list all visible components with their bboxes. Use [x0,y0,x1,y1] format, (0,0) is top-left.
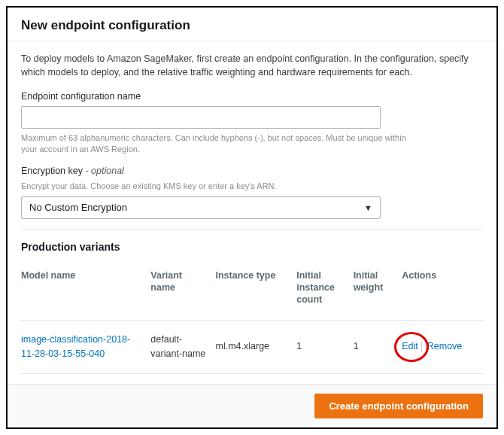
edit-link[interactable]: Edit [402,341,418,351]
remove-link[interactable]: Remove [427,341,463,351]
action-divider [421,342,422,352]
panel-body: To deploy models to Amazon SageMaker, fi… [8,41,496,384]
endpoint-name-field: Endpoint configuration name Maximum of 6… [21,91,483,155]
endpoint-name-input[interactable] [21,106,381,129]
endpoint-config-panel: New endpoint configuration To deploy mod… [6,6,498,429]
encryption-select[interactable]: No Custom Encryption ▼ [21,196,381,219]
col-variant: Variant name [150,263,215,320]
cell-variant: default-variant-name [150,320,215,374]
encryption-field: Encryption key - optional Encrypt your d… [21,166,483,219]
endpoint-name-label: Endpoint configuration name [21,91,483,102]
table-row: image-classification-2018-11-28-03-15-55… [21,320,483,374]
add-model-link[interactable]: Add model [21,374,70,384]
encryption-helper: Encrypt your data. Choose an existing KM… [21,181,412,192]
cell-actions: Edit Remove [402,320,483,374]
encryption-label: Encryption key - optional [21,166,483,176]
panel-title: New endpoint configuration [21,18,483,33]
encryption-selected: No Custom Encryption [29,202,364,213]
cell-model: image-classification-2018-11-28-03-15-55… [21,320,150,374]
encryption-optional: - optional [83,166,124,176]
cell-count: 1 [296,320,353,374]
cell-weight: 1 [354,320,402,374]
intro-text: To deploy models to Amazon SageMaker, fi… [21,52,483,79]
variants-title: Production variants [21,241,483,253]
variants-table: Model name Variant name Instance type In… [21,263,483,375]
production-variants-section: Production variants Model name Variant n… [21,230,483,384]
col-model: Model name [21,263,150,320]
encryption-label-text: Encryption key [21,166,83,176]
model-link[interactable]: image-classification-2018-11-28-03-15-55… [21,334,130,359]
create-endpoint-config-button[interactable]: Create endpoint configuration [314,394,483,418]
panel-header: New endpoint configuration [8,8,496,41]
col-count: Initial instance count [296,263,353,320]
col-actions: Actions [402,263,483,320]
cell-itype: ml.m4.xlarge [216,320,297,374]
chevron-down-icon: ▼ [364,203,372,212]
panel-footer: Create endpoint configuration [8,384,496,427]
col-weight: Initial weight [354,263,402,320]
col-itype: Instance type [216,263,297,320]
table-header-row: Model name Variant name Instance type In… [21,263,483,320]
endpoint-name-helper: Maximum of 63 alphanumeric characters. C… [21,132,412,155]
